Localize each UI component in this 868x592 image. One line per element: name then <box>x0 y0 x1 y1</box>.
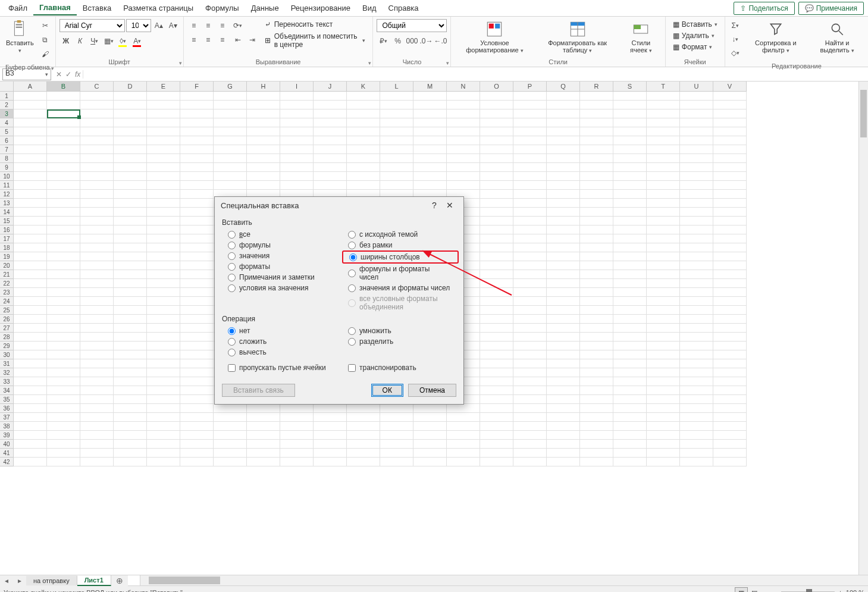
autosum-button[interactable]: Σ▾ <box>729 19 742 32</box>
row-header[interactable]: 36 <box>0 404 14 413</box>
cell[interactable] <box>280 172 314 181</box>
row-header[interactable]: 18 <box>0 243 14 252</box>
cell[interactable] <box>80 413 114 422</box>
cell[interactable] <box>680 145 713 154</box>
cell[interactable] <box>180 377 214 386</box>
cell[interactable] <box>713 145 747 154</box>
cell[interactable] <box>380 101 413 109</box>
cell[interactable] <box>647 181 680 190</box>
cell[interactable] <box>14 127 47 136</box>
column-header[interactable]: I <box>280 82 314 92</box>
cell[interactable] <box>214 404 247 413</box>
cell[interactable] <box>713 101 747 109</box>
cell[interactable] <box>480 306 513 315</box>
view-page-break-button[interactable]: ▭ <box>761 587 774 592</box>
cell[interactable] <box>713 270 747 279</box>
cell[interactable] <box>47 109 80 118</box>
row-header[interactable]: 33 <box>0 377 14 386</box>
cell[interactable] <box>613 136 647 145</box>
cell[interactable] <box>47 181 80 190</box>
cell[interactable] <box>247 154 280 163</box>
cell[interactable] <box>147 252 180 261</box>
cell[interactable] <box>247 118 280 127</box>
cell[interactable] <box>513 190 547 199</box>
cell[interactable] <box>647 297 680 306</box>
cell[interactable] <box>180 163 214 172</box>
cell[interactable] <box>547 368 580 377</box>
cell[interactable] <box>513 440 547 449</box>
cell[interactable] <box>14 118 47 127</box>
row-header[interactable]: 41 <box>0 449 14 458</box>
cell[interactable] <box>380 458 413 466</box>
cell[interactable] <box>513 306 547 315</box>
view-normal-button[interactable]: ▦ <box>735 587 748 592</box>
cell[interactable] <box>47 458 80 466</box>
horizontal-scrollbar[interactable] <box>140 575 868 585</box>
cell[interactable] <box>14 324 47 333</box>
cell[interactable] <box>47 333 80 342</box>
cell[interactable] <box>247 458 280 466</box>
cell[interactable] <box>14 440 47 449</box>
cell[interactable] <box>580 252 613 261</box>
align-right-button[interactable]: ≡ <box>216 33 229 46</box>
cell[interactable] <box>613 413 647 422</box>
fill-button[interactable]: ↓▾ <box>729 33 742 46</box>
radio-formats[interactable]: форматы <box>222 261 336 272</box>
cell[interactable] <box>214 109 247 118</box>
cell[interactable] <box>680 368 713 377</box>
cell[interactable] <box>547 377 580 386</box>
cell[interactable] <box>613 154 647 163</box>
row-header[interactable]: 8 <box>0 154 14 163</box>
cell[interactable] <box>547 315 580 324</box>
cell[interactable] <box>513 368 547 377</box>
cell[interactable] <box>580 118 613 127</box>
cell[interactable] <box>14 270 47 279</box>
cell[interactable] <box>114 359 147 368</box>
cell[interactable] <box>613 145 647 154</box>
cell[interactable] <box>713 243 747 252</box>
cell[interactable] <box>280 431 314 440</box>
cell[interactable] <box>547 208 580 217</box>
cell[interactable] <box>314 109 347 118</box>
cell[interactable] <box>613 404 647 413</box>
cell[interactable] <box>147 333 180 342</box>
cell[interactable] <box>147 279 180 288</box>
cell[interactable] <box>147 163 180 172</box>
row-header[interactable]: 10 <box>0 172 14 181</box>
cell[interactable] <box>613 422 647 431</box>
cell[interactable] <box>180 225 214 234</box>
cell[interactable] <box>613 208 647 217</box>
clipboard-launcher[interactable]: ▾ <box>51 65 54 71</box>
cell[interactable] <box>380 145 413 154</box>
cell[interactable] <box>680 386 713 395</box>
cell[interactable] <box>147 136 180 145</box>
sort-filter-button[interactable]: Сортировка и фильтр ▾ <box>744 19 807 55</box>
cell[interactable] <box>147 422 180 431</box>
cell[interactable] <box>713 377 747 386</box>
cell[interactable] <box>47 449 80 458</box>
cell[interactable] <box>580 190 613 199</box>
cell[interactable] <box>380 431 413 440</box>
cell[interactable] <box>713 208 747 217</box>
cell[interactable] <box>314 118 347 127</box>
cell[interactable] <box>80 431 114 440</box>
cell[interactable] <box>613 315 647 324</box>
cell[interactable] <box>580 306 613 315</box>
cell[interactable] <box>547 217 580 225</box>
cell[interactable] <box>713 172 747 181</box>
row-header[interactable]: 7 <box>0 145 14 154</box>
cell[interactable] <box>147 386 180 395</box>
cell[interactable] <box>47 190 80 199</box>
cell[interactable] <box>247 449 280 458</box>
cell[interactable] <box>280 118 314 127</box>
cell[interactable] <box>680 136 713 145</box>
cell[interactable] <box>147 324 180 333</box>
cancel-formula-button[interactable]: ✕ <box>56 70 62 79</box>
cell[interactable] <box>214 92 247 101</box>
cell[interactable] <box>114 297 147 306</box>
row-header[interactable]: 19 <box>0 252 14 261</box>
row-header[interactable]: 28 <box>0 333 14 342</box>
column-header[interactable]: U <box>680 82 713 92</box>
cell[interactable] <box>447 413 480 422</box>
cell[interactable] <box>580 324 613 333</box>
